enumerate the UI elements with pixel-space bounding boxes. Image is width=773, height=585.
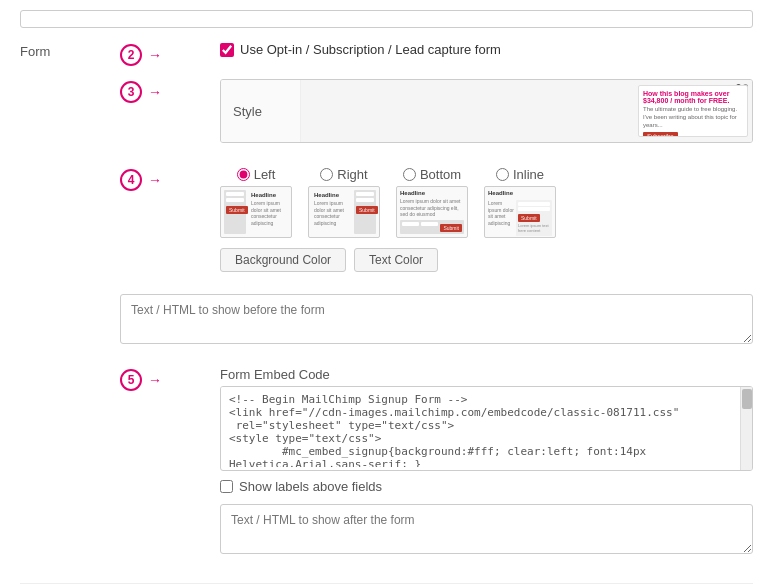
layout-radio-left[interactable] xyxy=(237,168,250,181)
scroll-thumb xyxy=(742,389,752,409)
after-form-textarea[interactable] xyxy=(220,504,753,554)
style-preview: How this blog makes over $34,800 / month… xyxy=(301,80,752,142)
thumb-inline: Headline Lorem ipsum dolor sit amet adip… xyxy=(484,186,556,238)
background-color-button[interactable]: Background Color xyxy=(220,248,346,272)
embed-scrollbar[interactable] xyxy=(740,387,752,470)
embed-label: Form Embed Code xyxy=(220,367,753,382)
layout-left[interactable]: Left Submit Headline Lorem xyxy=(220,167,292,238)
color-buttons: Background Color Text Color xyxy=(220,248,753,272)
sp-btn: Subscribe xyxy=(643,132,678,137)
layout-right-label: Right xyxy=(337,167,367,182)
layout-bottom-label: Bottom xyxy=(420,167,461,182)
step-3-number: 3 xyxy=(120,81,142,103)
style-label: Style xyxy=(221,80,301,142)
layout-radio-bottom[interactable] xyxy=(403,168,416,181)
sp-text: The ultimate guide to free blogging. I'v… xyxy=(643,106,743,129)
show-labels-label: Show labels above fields xyxy=(239,479,382,494)
thumb-left: Submit Headline Lorem ipsum dolor sit am… xyxy=(220,186,292,238)
form-section-label: Form xyxy=(20,42,120,59)
optin-checkbox[interactable] xyxy=(220,43,234,57)
arrow-3: → xyxy=(148,84,162,100)
layout-left-label: Left xyxy=(254,167,276,182)
layout-bottom[interactable]: Bottom Headline Lorem ipsum dolor sit am… xyxy=(396,167,468,238)
layout-inline-label: Inline xyxy=(513,167,544,182)
embed-code-textarea[interactable] xyxy=(221,387,752,467)
show-labels-checkbox[interactable] xyxy=(220,480,233,493)
thumb-bottom: Headline Lorem ipsum dolor sit amet cons… xyxy=(396,186,468,238)
style-box[interactable]: Style How this blog makes over $34,800 /… xyxy=(220,79,753,143)
layout-right[interactable]: Right Headline Lorem ipsum dolor sit ame… xyxy=(308,167,380,238)
step-2-number: 2 xyxy=(120,44,142,66)
arrow-4: → xyxy=(148,172,162,188)
arrow-2: → xyxy=(148,47,162,63)
layout-radio-right[interactable] xyxy=(320,168,333,181)
before-form-textarea[interactable] xyxy=(120,294,753,344)
thumb-right: Headline Lorem ipsum dolor sit amet cons… xyxy=(308,186,380,238)
layout-radio-inline[interactable] xyxy=(496,168,509,181)
style-preview-card: How this blog makes over $34,800 / month… xyxy=(638,85,748,137)
layout-options: Left Submit Headline Lorem xyxy=(220,167,753,238)
layout-inline[interactable]: Inline Headline Lorem ipsum dolor sit am… xyxy=(484,167,556,238)
optin-label: Use Opt-in / Subscription / Lead capture… xyxy=(240,42,501,57)
arrow-5: → xyxy=(148,372,162,388)
sp-title: How this blog makes over $34,800 / month… xyxy=(643,90,743,104)
step-4-number: 4 xyxy=(120,169,142,191)
step-5-number: 5 xyxy=(120,369,142,391)
text-color-button[interactable]: Text Color xyxy=(354,248,438,272)
